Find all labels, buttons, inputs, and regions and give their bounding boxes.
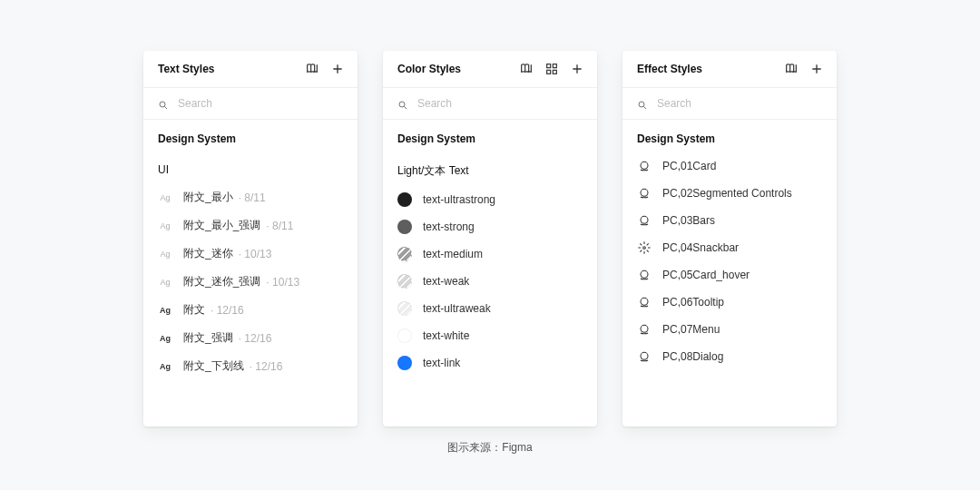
effect-style-item[interactable]: PC,03Bars xyxy=(622,207,837,234)
color-style-item[interactable]: text-ultrastrong xyxy=(383,186,597,213)
shadow-effect-icon xyxy=(637,213,652,228)
text-style-item[interactable]: Ag附文_迷你· 10/13 xyxy=(143,240,358,268)
search-icon xyxy=(158,98,169,109)
type-swatch-icon: Ag xyxy=(158,250,172,259)
color-style-item[interactable]: text-medium xyxy=(383,240,597,268)
text-style-item[interactable]: Ag附文_迷你_强调· 10/13 xyxy=(143,268,358,296)
panel-actions xyxy=(305,62,345,76)
group-label: UI xyxy=(143,152,358,183)
panel-header: Color Styles xyxy=(383,51,597,88)
add-icon[interactable] xyxy=(330,62,345,76)
grid-view-icon[interactable] xyxy=(544,62,559,76)
item-label: 附文_最小_强调 xyxy=(183,218,260,233)
effect-style-item[interactable]: PC,08Dialog xyxy=(622,343,837,370)
color-style-item[interactable]: text-strong xyxy=(383,213,597,240)
effect-style-item[interactable]: PC,06Tooltip xyxy=(622,289,837,316)
item-label: text-white xyxy=(423,329,469,342)
item-label: text-strong xyxy=(423,220,475,233)
svg-line-15 xyxy=(643,106,646,109)
section-label: Design System xyxy=(622,120,837,152)
color-swatch-icon xyxy=(397,220,412,234)
section-label: Design System xyxy=(143,120,358,152)
panel-title: Effect Styles xyxy=(637,63,702,75)
panel-actions xyxy=(784,62,824,76)
item-label: text-weak xyxy=(423,275,469,288)
panel-header: Text Styles xyxy=(143,51,358,88)
item-label: 附文_迷你 xyxy=(183,246,233,261)
type-swatch-icon: Ag xyxy=(158,193,172,202)
search-icon xyxy=(397,98,408,109)
svg-point-28 xyxy=(641,270,648,278)
shadow-effect-icon xyxy=(637,159,652,173)
shadow-effect-icon xyxy=(637,349,652,364)
item-label: 附文_下划线 xyxy=(183,358,244,374)
search-input[interactable] xyxy=(178,97,343,110)
effect-style-item[interactable]: PC,04Snackbar xyxy=(622,234,837,261)
shadow-effect-icon xyxy=(637,322,652,337)
item-label: text-medium xyxy=(423,248,483,260)
effect-style-item[interactable]: PC,02Segmented Controls xyxy=(622,180,837,207)
item-label: 附文_强调 xyxy=(183,330,233,346)
color-style-item[interactable]: text-weak xyxy=(383,268,597,295)
color-swatch-icon xyxy=(397,328,412,343)
svg-line-24 xyxy=(640,243,642,245)
item-label: PC,07Menu xyxy=(662,323,720,336)
effect-style-item[interactable]: PC,07Menu xyxy=(622,316,837,343)
type-swatch-icon: Ag xyxy=(158,221,172,230)
effect-styles-panel: Effect Styles Design System PC,01CardPC,… xyxy=(622,51,837,426)
svg-point-30 xyxy=(641,325,648,332)
blur-effect-icon xyxy=(637,240,652,255)
svg-line-11 xyxy=(404,106,407,109)
type-swatch-icon: Ag xyxy=(158,362,172,371)
color-swatch-icon xyxy=(397,301,412,316)
svg-line-25 xyxy=(647,250,649,252)
panel-actions xyxy=(519,62,584,76)
item-label: PC,03Bars xyxy=(662,214,715,227)
item-meta: · 12/16 xyxy=(211,304,244,317)
item-label: PC,05Card_hover xyxy=(662,269,750,281)
svg-point-14 xyxy=(639,102,644,107)
type-swatch-icon: Ag xyxy=(158,334,172,343)
item-meta: · 10/13 xyxy=(239,248,272,260)
effect-style-item[interactable]: PC,01Card xyxy=(622,152,837,180)
color-swatch-icon xyxy=(397,356,412,370)
add-icon[interactable] xyxy=(570,62,584,76)
search-input[interactable] xyxy=(417,97,583,110)
svg-point-2 xyxy=(160,102,165,107)
search-input[interactable] xyxy=(657,97,822,110)
search-icon xyxy=(637,98,648,109)
text-style-item[interactable]: Ag附文_下划线· 12/16 xyxy=(143,352,358,380)
svg-rect-7 xyxy=(553,70,556,74)
item-label: PC,08Dialog xyxy=(662,350,723,363)
item-label: text-link xyxy=(423,357,460,369)
add-icon[interactable] xyxy=(809,62,824,76)
svg-line-26 xyxy=(640,250,642,252)
item-label: 附文_最小 xyxy=(183,190,233,205)
item-label: 附文 xyxy=(183,302,205,318)
color-style-item[interactable]: text-link xyxy=(383,349,597,377)
effect-style-item[interactable]: PC,05Card_hover xyxy=(622,261,837,289)
library-icon[interactable] xyxy=(519,62,534,76)
text-style-item[interactable]: Ag附文_最小_强调· 8/11 xyxy=(143,211,358,240)
group-label: Light/文本 Text xyxy=(383,152,597,186)
effect-style-list: PC,01CardPC,02Segmented ControlsPC,03Bar… xyxy=(622,152,837,426)
shadow-effect-icon xyxy=(637,295,652,309)
svg-point-29 xyxy=(641,298,648,305)
item-label: PC,02Segmented Controls xyxy=(662,187,792,200)
library-icon[interactable] xyxy=(784,62,799,76)
item-label: 附文_迷你_强调 xyxy=(183,274,260,289)
text-style-item[interactable]: Ag附文· 12/16 xyxy=(143,296,358,324)
panels-row: Text Styles Design System UI Ag附文_最小· 8/… xyxy=(0,0,980,426)
color-swatch-icon xyxy=(397,192,412,207)
text-style-item[interactable]: Ag附文_强调· 12/16 xyxy=(143,324,358,352)
item-meta: · 10/13 xyxy=(266,276,299,289)
library-icon[interactable] xyxy=(305,62,319,76)
color-style-list: text-ultrastrongtext-strongtext-mediumte… xyxy=(383,186,597,426)
svg-point-18 xyxy=(641,216,648,223)
type-swatch-icon: Ag xyxy=(158,306,172,315)
text-style-item[interactable]: Ag附文_最小· 8/11 xyxy=(143,183,358,211)
color-style-item[interactable]: text-ultraweak xyxy=(383,295,597,322)
item-label: PC,06Tooltip xyxy=(662,296,724,309)
color-style-item[interactable]: text-white xyxy=(383,322,597,349)
svg-line-3 xyxy=(164,106,167,109)
